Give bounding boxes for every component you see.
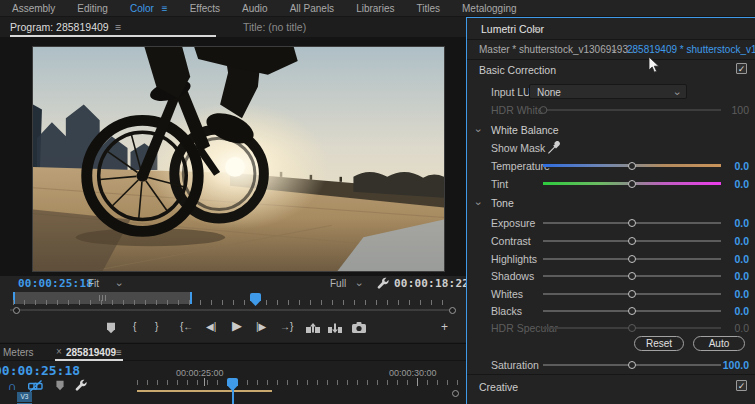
show-mask-label: Show Mask (491, 142, 545, 154)
scrollbar-left-handle[interactable] (13, 307, 20, 314)
workspace-titles[interactable]: Titles (416, 3, 440, 14)
work-area-bar[interactable] (137, 390, 272, 392)
auto-button[interactable]: Auto (693, 336, 745, 351)
scrollbar-right-handle[interactable] (449, 307, 456, 314)
divider (467, 374, 755, 375)
tab-title[interactable]: Title: (no title) (243, 21, 306, 33)
hdr-white-value[interactable]: 100 (689, 104, 749, 116)
mark-out-button[interactable]: } (155, 321, 158, 332)
reset-button[interactable]: Reset (634, 336, 684, 351)
add-marker-button[interactable] (105, 322, 117, 334)
shadows-knob[interactable] (628, 272, 636, 280)
resolution-chevron-icon[interactable]: › (354, 283, 365, 287)
go-to-in-button[interactable]: {← (180, 321, 193, 332)
zoom-chevron-icon[interactable]: › (114, 283, 125, 287)
wb-eyedropper-icon[interactable] (547, 141, 560, 154)
tint-value[interactable]: 0.0 (689, 178, 749, 190)
section-basic-correction[interactable]: Basic Correction (479, 64, 556, 76)
input-lut-chevron-icon: › (673, 92, 684, 96)
timeline-panel-menu-icon[interactable]: ≡ (116, 347, 122, 358)
hdr-specular-value[interactable]: 0.0 (689, 322, 749, 334)
snap-magnet-icon[interactable]: ∩ (8, 379, 17, 393)
input-lut-dropdown[interactable]: None › (529, 84, 687, 99)
tone-chevron-icon[interactable]: › (473, 202, 484, 206)
ruler-major-tick (204, 378, 205, 386)
highlights-value[interactable]: 0.0 (689, 253, 749, 265)
temperature-value[interactable]: 0.0 (689, 160, 749, 172)
contrast-row: Contrast 0.0 (467, 235, 755, 247)
tab-audio-meters[interactable]: Meters (3, 347, 34, 358)
timeline-scrollbar-handle[interactable] (452, 390, 459, 397)
contrast-label: Contrast (491, 235, 531, 247)
blacks-knob[interactable] (628, 307, 636, 315)
panel-menu-icon[interactable]: ≡ (115, 21, 121, 33)
playback-resolution-select[interactable]: Full (330, 278, 346, 289)
workspace-assembly[interactable]: Assembly (12, 3, 55, 14)
workspace-effects[interactable]: Effects (190, 3, 220, 14)
extract-button[interactable] (328, 323, 342, 334)
mark-in-button[interactable]: { (133, 321, 136, 332)
hdr-specular-knob[interactable] (628, 324, 636, 332)
whites-row: Whites 0.0 (467, 288, 755, 300)
export-frame-button[interactable] (352, 322, 366, 333)
highlights-label: Highlights (491, 253, 537, 265)
linked-selection-icon[interactable] (28, 380, 43, 392)
workspace-editing[interactable]: Editing (77, 3, 108, 14)
lumetri-panel-menu-icon[interactable]: ≡ (533, 23, 539, 35)
input-lut-row: Input LUT None › (467, 86, 755, 98)
program-hscrollbar[interactable] (10, 309, 456, 311)
sequence-clip-label[interactable]: 285819409 * shutterstock_v13... (627, 44, 755, 55)
timeline-ruler[interactable] (137, 380, 461, 385)
workspace-audio[interactable]: Audio (242, 3, 268, 14)
track-v3-badge[interactable]: V3 (17, 392, 32, 402)
go-to-out-button[interactable]: →} (280, 321, 293, 332)
temperature-row: Temperature 0.0 (467, 160, 755, 172)
lift-button[interactable] (306, 323, 320, 334)
contrast-knob[interactable] (628, 237, 636, 245)
blacks-value[interactable]: 0.0 (689, 305, 749, 317)
contrast-value[interactable]: 0.0 (689, 235, 749, 247)
section-white-balance[interactable]: White Balance (491, 124, 559, 136)
step-forward-button[interactable]: |▶ (256, 321, 266, 332)
workspace-menu-icon[interactable]: ≡ (162, 3, 168, 14)
step-back-button[interactable]: ◀| (206, 321, 216, 332)
shadows-value[interactable]: 0.0 (689, 270, 749, 282)
workspace-color[interactable]: Color (130, 3, 154, 14)
close-tab-icon[interactable]: × (56, 346, 62, 357)
play-button[interactable]: ▶ (232, 318, 242, 333)
whites-value[interactable]: 0.0 (689, 288, 749, 300)
exposure-label: Exposure (491, 217, 535, 229)
zoom-level-select[interactable]: Fit (88, 278, 99, 289)
tab-sequence[interactable]: 285819409 (66, 347, 116, 358)
workspace-libraries[interactable]: Libraries (356, 3, 394, 14)
tab-program[interactable]: Program: 285819409≡ (10, 21, 121, 33)
saturation-value[interactable]: 100.0 (689, 359, 749, 371)
button-editor-button[interactable]: + (441, 320, 448, 334)
sequence-duration: 00:00:18:22 (394, 277, 469, 290)
timeline-marker-icon[interactable] (55, 380, 65, 391)
section-creative[interactable]: Creative (479, 381, 518, 393)
creative-checkbox[interactable]: ✓ (736, 380, 747, 391)
program-mini-ruler[interactable] (13, 300, 453, 305)
exposure-value[interactable]: 0.0 (689, 217, 749, 229)
lumetri-header: Lumetri Color ≡ (467, 18, 755, 40)
timeline-settings-wrench-icon[interactable] (74, 379, 87, 392)
section-tone[interactable]: Tone (491, 197, 514, 209)
hdr-white-label: HDR White (491, 104, 544, 116)
program-video-frame (32, 46, 445, 272)
whites-knob[interactable] (628, 290, 636, 298)
saturation-knob[interactable] (628, 361, 636, 369)
workspace-all-panels[interactable]: All Panels (290, 3, 334, 14)
program-timecode[interactable]: 00:00:25:18 (18, 277, 93, 290)
timeline-timecode[interactable]: 00:00:25:18 (0, 363, 80, 378)
workspace-metalogging[interactable]: Metalogging (462, 3, 516, 14)
tint-knob[interactable] (628, 180, 636, 188)
settings-wrench-icon[interactable] (376, 277, 389, 290)
clip-selector-chevron-icon[interactable]: › (609, 49, 620, 53)
hdr-white-knob[interactable] (539, 106, 547, 114)
white-balance-chevron-icon[interactable]: › (473, 129, 484, 133)
highlights-knob[interactable] (628, 255, 636, 263)
exposure-knob[interactable] (628, 219, 636, 227)
temperature-knob[interactable] (628, 162, 636, 170)
basic-correction-checkbox[interactable]: ✓ (736, 63, 747, 74)
